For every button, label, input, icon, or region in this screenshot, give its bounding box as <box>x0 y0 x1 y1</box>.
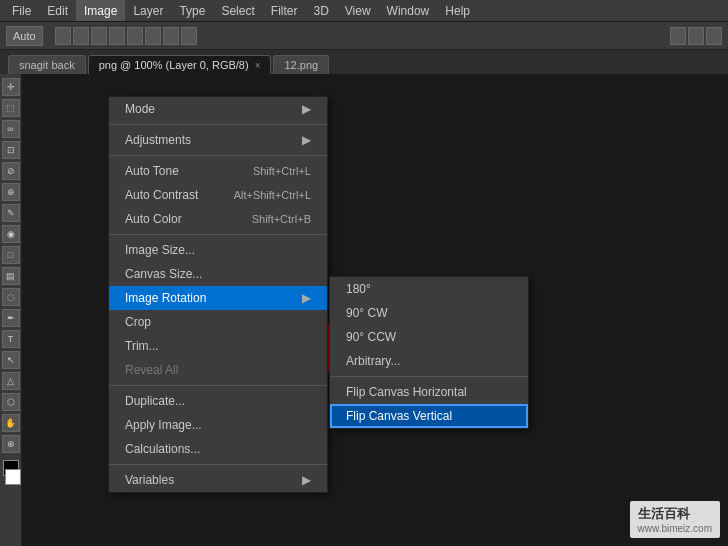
tool-hand[interactable]: ✋ <box>2 414 20 432</box>
menu-item-reveal-all: Reveal All <box>109 358 327 382</box>
toolbar-icon-7[interactable] <box>163 27 179 45</box>
menu-item-calculations[interactable]: Calculations... <box>109 437 327 461</box>
menu-item-mode[interactable]: Mode ▶ <box>109 97 327 121</box>
menu-item-auto-color[interactable]: Auto Color Shift+Ctrl+B <box>109 207 327 231</box>
tool-pen[interactable]: ✒ <box>2 309 20 327</box>
background-color[interactable] <box>5 469 21 485</box>
menu-layer[interactable]: Layer <box>125 0 171 21</box>
sidebar-left: ✛ ⬚ ∞ ⊡ ⊘ ⊕ ✎ ◉ □ ▤ ◌ ✒ T ↖ △ ⬡ ✋ ⊕ <box>0 74 22 546</box>
rotation-flip-horizontal[interactable]: Flip Canvas Horizontal <box>330 380 528 404</box>
tool-zoom[interactable]: ⊕ <box>2 435 20 453</box>
tab-12png[interactable]: 12.png <box>273 55 329 74</box>
tab-bar: snagit back png @ 100% (Layer 0, RGB/8) … <box>0 50 728 74</box>
menu-help[interactable]: Help <box>437 0 478 21</box>
menu-select[interactable]: Select <box>213 0 262 21</box>
menu-window[interactable]: Window <box>379 0 438 21</box>
menu-item-adjustments[interactable]: Adjustments ▶ <box>109 128 327 152</box>
rotation-arbitrary[interactable]: Arbitrary... <box>330 349 528 373</box>
rotation-flip-vertical[interactable]: Flip Canvas Vertical <box>330 404 528 428</box>
rotation-90cw[interactable]: 90° CW <box>330 301 528 325</box>
tab-png-label: png @ 100% (Layer 0, RGB/8) <box>99 59 249 71</box>
rotation-submenu: 180° 90° CW 90° CCW Arbitrary... Flip Ca… <box>329 276 529 429</box>
variables-arrow-icon: ▶ <box>302 473 311 487</box>
tool-select[interactable]: ⬚ <box>2 99 20 117</box>
watermark-line1: 生活百科 <box>638 505 712 523</box>
separator-1 <box>109 124 327 125</box>
tool-shape[interactable]: △ <box>2 372 20 390</box>
toolbar-right-icon-2[interactable] <box>688 27 704 45</box>
toolbar-icon-6[interactable] <box>145 27 161 45</box>
tool-lasso[interactable]: ∞ <box>2 120 20 138</box>
rotation-arrow-icon: ▶ <box>302 291 311 305</box>
tool-heal[interactable]: ⊕ <box>2 183 20 201</box>
menu-view[interactable]: View <box>337 0 379 21</box>
tool-stamp[interactable]: ◉ <box>2 225 20 243</box>
tool-gradient[interactable]: ▤ <box>2 267 20 285</box>
toolbar-icon-3[interactable] <box>91 27 107 45</box>
mode-arrow-icon: ▶ <box>302 102 311 116</box>
menu-file[interactable]: File <box>4 0 39 21</box>
menu-3d[interactable]: 3D <box>305 0 336 21</box>
tool-path-sel[interactable]: ↖ <box>2 351 20 369</box>
tab-png-active[interactable]: png @ 100% (Layer 0, RGB/8) × <box>88 55 272 74</box>
toolbar-auto[interactable]: Auto <box>6 26 43 46</box>
tool-move[interactable]: ✛ <box>2 78 20 96</box>
toolbar-icon-5[interactable] <box>127 27 143 45</box>
rotation-90ccw[interactable]: 90° CCW <box>330 325 528 349</box>
toolbar: Auto <box>0 22 728 50</box>
watermark: 生活百科 www.bimeiz.com <box>630 501 720 538</box>
menu-item-auto-tone[interactable]: Auto Tone Shift+Ctrl+L <box>109 159 327 183</box>
toolbar-right-icon-1[interactable] <box>670 27 686 45</box>
menu-item-canvas-size[interactable]: Canvas Size... <box>109 262 327 286</box>
adjustments-arrow-icon: ▶ <box>302 133 311 147</box>
image-menu-dropdown: Mode ▶ Adjustments ▶ Auto Tone Shift+Ctr… <box>108 96 328 493</box>
menu-type[interactable]: Type <box>171 0 213 21</box>
menu-filter[interactable]: Filter <box>263 0 306 21</box>
toolbar-icon-2[interactable] <box>73 27 89 45</box>
toolbar-icon-4[interactable] <box>109 27 125 45</box>
tool-3d[interactable]: ⬡ <box>2 393 20 411</box>
menu-item-auto-contrast[interactable]: Auto Contrast Alt+Shift+Ctrl+L <box>109 183 327 207</box>
menu-item-variables[interactable]: Variables ▶ <box>109 468 327 492</box>
menu-bar: File Edit Image Layer Type Select Filter… <box>0 0 728 22</box>
menu-item-image-rotation[interactable]: Image Rotation ▶ <box>109 286 327 310</box>
tool-crop[interactable]: ⊡ <box>2 141 20 159</box>
tool-brush[interactable]: ✎ <box>2 204 20 222</box>
tool-eraser[interactable]: □ <box>2 246 20 264</box>
canvas-area: ✛ ⬚ ∞ ⊡ ⊘ ⊕ ✎ ◉ □ ▤ ◌ ✒ T ↖ △ ⬡ ✋ ⊕ Mode… <box>0 74 728 546</box>
watermark-line2: www.bimeiz.com <box>638 523 712 534</box>
tab-snagit-label: snagit back <box>19 59 75 71</box>
menu-item-image-size[interactable]: Image Size... <box>109 238 327 262</box>
tab-close-icon[interactable]: × <box>255 60 261 71</box>
tab-12png-label: 12.png <box>284 59 318 71</box>
menu-image[interactable]: Image <box>76 0 125 21</box>
menu-item-apply-image[interactable]: Apply Image... <box>109 413 327 437</box>
toolbar-icon-8[interactable] <box>181 27 197 45</box>
rotation-180[interactable]: 180° <box>330 277 528 301</box>
separator-2 <box>109 155 327 156</box>
toolbar-icon-1[interactable] <box>55 27 71 45</box>
tool-eyedropper[interactable]: ⊘ <box>2 162 20 180</box>
menu-item-duplicate[interactable]: Duplicate... <box>109 389 327 413</box>
tool-type[interactable]: T <box>2 330 20 348</box>
separator-5 <box>109 464 327 465</box>
menu-item-trim[interactable]: Trim... <box>109 334 327 358</box>
menu-edit[interactable]: Edit <box>39 0 76 21</box>
toolbar-right-icon-3[interactable] <box>706 27 722 45</box>
tab-snagit-back[interactable]: snagit back <box>8 55 86 74</box>
separator-3 <box>109 234 327 235</box>
rotation-sep <box>330 376 528 377</box>
tool-dodge[interactable]: ◌ <box>2 288 20 306</box>
separator-4 <box>109 385 327 386</box>
menu-item-crop[interactable]: Crop <box>109 310 327 334</box>
